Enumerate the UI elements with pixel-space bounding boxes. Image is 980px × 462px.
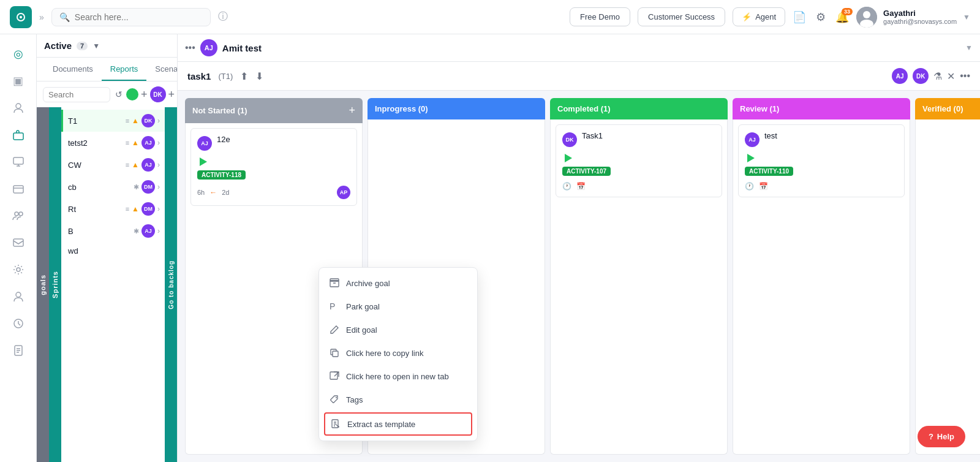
global-search[interactable]: 🔍 — [51, 8, 211, 26]
nav-clock-icon[interactable] — [6, 311, 31, 336]
nav-doc-icon[interactable] — [6, 338, 31, 363]
sprint-item-cb[interactable]: cb ✱ DM › — [61, 176, 165, 198]
free-demo-button[interactable]: Free Demo — [570, 7, 630, 26]
user-name: Gayathri — [883, 9, 957, 18]
tab-reports[interactable]: Reports — [102, 58, 147, 81]
user-dropdown-icon[interactable]: ▼ — [963, 13, 970, 21]
kanban-col-verified: Verified (0) — [915, 98, 980, 455]
agent-button[interactable]: ⚡ Agent — [733, 7, 785, 26]
close-filter-icon[interactable]: ✕ — [947, 70, 955, 82]
goals-vertical-label[interactable]: goals — [37, 107, 49, 462]
user-email: gayathri@snovasys.com — [883, 18, 957, 25]
sprint-name-cw: CW — [68, 161, 122, 170]
archive-goal-label: Archive goal — [346, 279, 390, 288]
add-member-button[interactable]: + — [168, 88, 175, 101]
extract-template-label: Extract as template — [347, 420, 415, 429]
play-button-12e[interactable] — [197, 156, 209, 168]
tags-icon — [329, 394, 340, 405]
nav-circle-icon[interactable]: ◎ — [6, 42, 31, 66]
svg-point-6 — [16, 104, 21, 108]
kanban-card-12e[interactable]: AJ 12e ACTIVITY-118 6h ← 2d — [190, 128, 357, 206]
search-input[interactable] — [75, 12, 203, 22]
nav-monitor-icon[interactable] — [6, 150, 31, 174]
backlog-vertical-label[interactable]: Go to backlog — [165, 107, 177, 462]
card-user-ap: AP — [337, 186, 350, 199]
sidebar-search-input[interactable] — [43, 87, 110, 102]
notifications-button[interactable]: 🔔 33 — [835, 10, 849, 24]
nav-briefcase-icon[interactable] — [6, 123, 31, 147]
nav-mail-icon[interactable] — [6, 230, 31, 255]
document-icon-btn[interactable]: 📄 — [793, 10, 806, 24]
nav-user2-icon[interactable] — [6, 284, 31, 309]
svg-rect-8 — [13, 157, 23, 164]
upload-icon[interactable]: ⬆ — [240, 70, 248, 82]
card-arrow-icon: ← — [209, 188, 217, 197]
col-add-not-started[interactable]: + — [349, 104, 355, 117]
bars-cw-icon: ≡ — [126, 161, 129, 169]
menu-item-open-new-tab[interactable]: Click here to open in new tab — [319, 365, 477, 388]
notification-badge: 33 — [842, 8, 853, 15]
menu-item-archive-goal[interactable]: Archive goal — [319, 271, 477, 295]
chevron-t1-icon: › — [157, 116, 160, 125]
workspace-more-icon[interactable]: ••• — [185, 42, 195, 53]
clock-task1-icon: 🕐 — [562, 182, 571, 191]
help-button[interactable]: ? Help — [918, 426, 965, 447]
info-icon[interactable]: ⓘ — [218, 10, 228, 23]
nav-person-icon[interactable] — [6, 96, 31, 120]
sprints-vertical-label[interactable]: Sprints — [49, 107, 61, 462]
sprint-item-tetst2[interactable]: tetst2 ≡ ▲ AJ › — [61, 132, 165, 154]
chevron-cw-icon: › — [157, 161, 160, 169]
expand-sidebar-icon[interactable]: » — [39, 12, 44, 22]
sprint-item-rt[interactable]: Rt ≡ ▲ DM › — [61, 198, 165, 220]
svg-rect-9 — [13, 186, 23, 193]
menu-item-copy-link[interactable]: Click here to copy link — [319, 341, 477, 365]
task-id: (T1) — [218, 72, 233, 81]
warn-tetst2-icon: ▲ — [132, 138, 139, 147]
menu-item-edit-goal[interactable]: Edit goal — [319, 318, 477, 341]
play-button-test[interactable] — [745, 152, 757, 164]
filter-icon[interactable]: ⚗ — [933, 70, 942, 82]
add-sprint-button[interactable]: + — [141, 88, 148, 101]
menu-item-tags[interactable]: Tags — [319, 388, 477, 411]
settings-icon-btn[interactable]: ⚙ — [816, 10, 826, 24]
svg-point-10 — [15, 212, 18, 216]
kanban-card-test[interactable]: AJ test ACTIVITY-110 🕐 📅 — [738, 124, 905, 197]
activity-badge-task1: ACTIVITY-107 — [562, 164, 715, 178]
kanban-card-task1[interactable]: DK Task1 ACTIVITY-107 🕐 📅 — [556, 124, 722, 197]
sprint-meta-t1: ≡ ▲ DK › — [126, 114, 160, 127]
undo-button[interactable]: ↺ — [114, 88, 124, 100]
download-icon[interactable]: ⬇ — [255, 70, 263, 82]
col-title-verified: Verified (0) — [922, 104, 963, 113]
svg-point-13 — [17, 268, 20, 271]
col-header-verified: Verified (0) — [915, 98, 980, 119]
tab-documents[interactable]: Documents — [44, 58, 102, 81]
activity-badge-12e: ACTIVITY-118 — [197, 168, 350, 182]
workspace-dropdown-icon[interactable]: ▼ — [965, 44, 973, 52]
sprint-item-b[interactable]: B ✱ AJ › — [61, 220, 165, 242]
user-profile[interactable]: Gayathri gayathri@snovasys.com ▼ — [856, 7, 970, 28]
customer-success-button[interactable]: Customer Success — [638, 7, 725, 26]
nav-tv-icon[interactable]: ▣ — [6, 69, 31, 93]
col-body-review: AJ test ACTIVITY-110 🕐 📅 — [733, 119, 910, 455]
user-avatar — [856, 7, 877, 28]
nav-settings-icon[interactable] — [6, 257, 31, 282]
sprint-item-cw[interactable]: CW ≡ ▲ AJ › — [61, 154, 165, 176]
gear-b-icon: ✱ — [134, 227, 139, 235]
sprint-name-t1: T1 — [68, 116, 122, 126]
park-icon: P — [329, 301, 340, 312]
secondary-sidebar: Active 7 ▼ Documents Reports Scenarios1 … — [37, 34, 178, 462]
play-button-task1[interactable] — [562, 152, 575, 164]
context-menu: Archive goal P Park goal Edit goal Click… — [318, 267, 478, 441]
col-title-inprogress: Inprogress (0) — [375, 104, 428, 113]
nav-card-icon[interactable] — [6, 176, 31, 201]
menu-item-extract-template[interactable]: Extract as template — [324, 412, 472, 436]
tab-scenarios[interactable]: Scenarios1 — [146, 58, 177, 81]
menu-item-park-goal[interactable]: P Park goal — [319, 295, 477, 318]
main-content: ••• AJ Amit test ▼ task1 (T1) ⬆ ⬇ AJ DK … — [178, 34, 980, 462]
active-dropdown-icon[interactable]: ▼ — [92, 42, 100, 50]
sprint-item-wd[interactable]: wd — [61, 242, 165, 260]
nav-team-icon[interactable] — [6, 203, 31, 228]
content-header-actions: AJ DK ⚗ ✕ ••• — [892, 68, 970, 84]
sprint-item-t1[interactable]: T1 ≡ ▲ DK › — [61, 110, 165, 132]
more-options-icon[interactable]: ••• — [960, 70, 970, 81]
